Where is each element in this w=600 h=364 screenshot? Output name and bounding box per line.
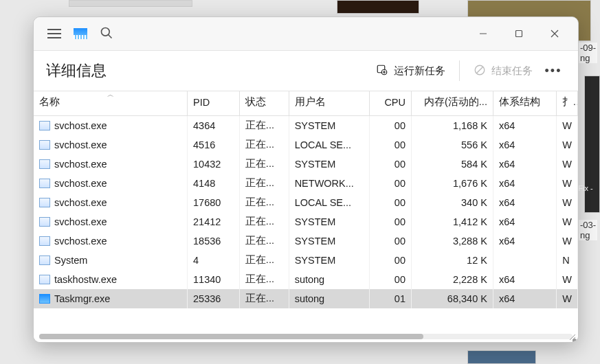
svg-point-0 <box>102 27 110 36</box>
table-row[interactable]: svchost.exe18536正在...SYSTEM003,288 Kx64W <box>34 231 578 251</box>
col-mem[interactable]: 内存(活动的... <box>412 91 493 116</box>
cell-user: SYSTEM <box>289 212 369 231</box>
cell-cpu: 00 <box>369 135 412 155</box>
cell-status: 正在... <box>239 174 289 193</box>
cell-extra: W <box>557 289 578 308</box>
cell-cpu: 00 <box>369 116 412 135</box>
run-new-task-button[interactable]: 运行新任务 <box>368 58 454 84</box>
cell-pid: 10432 <box>188 155 240 174</box>
cell-arch: x64 <box>493 174 556 193</box>
search-icon[interactable] <box>100 26 113 42</box>
table-row[interactable]: System4正在...SYSTEM0012 KN <box>34 251 578 270</box>
run-task-icon <box>376 64 388 78</box>
cell-cpu: 00 <box>369 270 412 289</box>
cell-mem: 3,288 K <box>412 231 493 251</box>
cell-status: 正在... <box>239 116 289 135</box>
column-headers: ︿名称 PID 状态 用户名 CPU 内存(活动的... 体系结构 扌 <box>34 91 578 116</box>
cell-cpu: 00 <box>369 212 412 231</box>
cell-user: SYSTEM <box>289 251 369 270</box>
process-icon <box>39 121 50 130</box>
table-row[interactable]: svchost.exe4516正在...LOCAL SE...00556 Kx6… <box>34 135 578 155</box>
process-icon <box>39 179 50 188</box>
end-task-button: 结束任务 <box>465 58 541 84</box>
task-manager-window: 详细信息 运行新任务 结束任务 ••• ︿名称 PID 状态 用户名 <box>33 16 579 343</box>
cell-user: SYSTEM <box>289 155 369 174</box>
menu-icon[interactable] <box>47 29 61 38</box>
cell-user: sutong <box>289 289 369 308</box>
toolbar-separator <box>459 60 460 81</box>
cell-status: 正在... <box>239 289 289 308</box>
cell-pid: 4364 <box>188 116 240 135</box>
process-icon <box>39 294 50 304</box>
more-button[interactable]: ••• <box>541 64 566 78</box>
cell-arch: x64 <box>493 155 556 174</box>
cell-cpu: 00 <box>369 155 412 174</box>
cell-user: SYSTEM <box>289 231 369 251</box>
cell-pid: 11340 <box>188 270 240 289</box>
process-name: svchost.exe <box>54 139 107 150</box>
cell-mem: 340 K <box>412 193 493 212</box>
cell-user: sutong <box>289 270 369 289</box>
minimize-button[interactable] <box>465 20 501 47</box>
cell-mem: 2,228 K <box>412 270 493 289</box>
page-title: 详细信息 <box>46 60 107 81</box>
col-pid[interactable]: PID <box>188 91 240 116</box>
table-row[interactable]: Taskmgr.exe25336正在...sutong0168,340 Kx64… <box>34 289 578 308</box>
cell-mem: 1,412 K <box>412 212 493 231</box>
cell-extra: W <box>557 135 578 155</box>
col-cpu[interactable]: CPU <box>369 91 412 116</box>
cell-pid: 25336 <box>188 289 240 308</box>
table-row[interactable]: taskhostw.exe11340正在...sutong002,228 Kx6… <box>34 270 578 289</box>
process-grid: ︿名称 PID 状态 用户名 CPU 内存(活动的... 体系结构 扌 svch… <box>34 91 578 342</box>
cell-user: NETWORK... <box>289 174 369 193</box>
table-row[interactable]: svchost.exe17680正在...LOCAL SE...00340 Kx… <box>34 193 578 212</box>
col-name[interactable]: ︿名称 <box>34 91 188 116</box>
cell-pid: 4 <box>188 251 240 270</box>
table-row[interactable]: svchost.exe10432正在...SYSTEM00584 Kx64W <box>34 155 578 174</box>
cell-arch: x64 <box>493 231 556 251</box>
cell-pid: 4148 <box>188 174 240 193</box>
process-name: svchost.exe <box>54 178 107 189</box>
app-icon <box>74 28 87 39</box>
cell-mem: 556 K <box>412 135 493 155</box>
cell-mem: 1,168 K <box>412 116 493 135</box>
table-row[interactable]: svchost.exe21412正在...SYSTEM001,412 Kx64W <box>34 212 578 231</box>
cell-extra: W <box>557 231 578 251</box>
cell-pid: 4516 <box>188 135 240 155</box>
process-icon <box>39 275 50 284</box>
process-name: System <box>54 255 87 266</box>
titlebar[interactable] <box>34 17 578 50</box>
maximize-button[interactable] <box>501 20 537 47</box>
cell-pid: 17680 <box>188 193 240 212</box>
process-icon <box>39 236 50 246</box>
process-name: svchost.exe <box>54 197 107 208</box>
svg-rect-3 <box>516 31 522 37</box>
cell-extra: W <box>557 116 578 135</box>
cell-status: 正在... <box>239 270 289 289</box>
process-name: svchost.exe <box>54 216 107 227</box>
process-icon <box>39 140 50 150</box>
cell-status: 正在... <box>239 251 289 270</box>
cell-extra: W <box>557 212 578 231</box>
col-user[interactable]: 用户名 <box>289 91 369 116</box>
cell-cpu: 00 <box>369 231 412 251</box>
cell-cpu: 00 <box>369 251 412 270</box>
cell-mem: 12 K <box>412 251 493 270</box>
cell-status: 正在... <box>239 155 289 174</box>
cell-status: 正在... <box>239 135 289 155</box>
col-status[interactable]: 状态 <box>239 91 289 116</box>
cell-arch: x64 <box>493 135 556 155</box>
close-button[interactable] <box>537 20 573 47</box>
horizontal-scrollbar[interactable] <box>39 334 573 339</box>
table-row[interactable]: svchost.exe4148正在...NETWORK...001,676 Kx… <box>34 174 578 193</box>
table-row[interactable]: svchost.exe4364正在...SYSTEM001,168 Kx64W <box>34 116 578 135</box>
cell-status: 正在... <box>239 212 289 231</box>
col-extra[interactable]: 扌 <box>557 91 578 116</box>
cell-cpu: 01 <box>369 289 412 308</box>
end-task-icon <box>474 64 486 78</box>
col-arch[interactable]: 体系结构 <box>493 91 556 116</box>
cell-pid: 18536 <box>188 231 240 251</box>
cell-extra: N <box>557 251 578 270</box>
resize-grip[interactable] <box>568 332 576 340</box>
cell-extra: W <box>557 193 578 212</box>
